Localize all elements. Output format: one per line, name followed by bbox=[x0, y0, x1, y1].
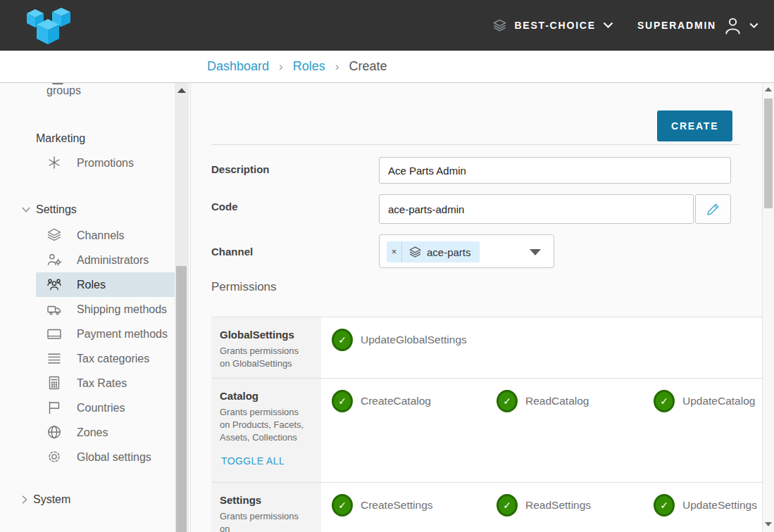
chevron-right-icon bbox=[21, 495, 28, 505]
vendure-logo bbox=[21, 6, 75, 45]
chevron-down-icon bbox=[603, 22, 613, 29]
content-scrollbar[interactable] bbox=[762, 83, 774, 532]
cog-icon bbox=[46, 449, 62, 464]
username-label: SUPERADMIN bbox=[637, 20, 716, 31]
sidebar-nav: groups Marketing Promotions Settings Cha… bbox=[0, 83, 175, 532]
flag-icon bbox=[46, 400, 62, 415]
sidebar-item-customer-groups-partial[interactable]: groups bbox=[36, 83, 175, 99]
sidebar-item-payment-methods[interactable]: Payment methods bbox=[36, 322, 175, 346]
sidebar-section-marketing: Marketing bbox=[36, 128, 175, 146]
channel-chip-label: ace-parts bbox=[427, 246, 471, 258]
permission-checkbox-updatesettings[interactable]: UpdateSettings bbox=[654, 494, 757, 517]
active-channel-label: BEST-CHOICE bbox=[514, 20, 595, 31]
breadcrumb-roles[interactable]: Roles bbox=[293, 59, 325, 74]
scroll-up-arrow[interactable] bbox=[765, 87, 772, 91]
layers-icon bbox=[408, 246, 422, 259]
permission-group-title: Catalog bbox=[220, 390, 313, 402]
sidebar-item-zones[interactable]: Zones bbox=[36, 420, 175, 445]
description-input[interactable] bbox=[379, 157, 731, 184]
layers-icon bbox=[492, 18, 507, 33]
permission-checkbox-readsettings[interactable]: ReadSettings bbox=[497, 494, 591, 517]
sidebar-section-system[interactable]: System bbox=[21, 492, 175, 507]
permission-row-globalsettings: GlobalSettings Grants permissions on Glo… bbox=[211, 317, 762, 378]
breadcrumb-current: Create bbox=[349, 59, 387, 74]
breadcrumb-separator: › bbox=[279, 60, 283, 74]
permission-checkbox-updatecatalog[interactable]: UpdateCatalog bbox=[654, 390, 755, 412]
layers-icon bbox=[46, 227, 62, 243]
chevron-down-icon bbox=[21, 206, 31, 213]
edit-code-button[interactable] bbox=[695, 194, 731, 224]
truck-icon bbox=[46, 301, 62, 317]
remove-chip-button[interactable]: × bbox=[387, 241, 402, 262]
sidebar-item-global-settings[interactable]: Global settings bbox=[36, 445, 175, 469]
permission-checkbox-readcatalog[interactable]: ReadCatalog bbox=[497, 390, 589, 412]
role-create-form: CREATE Description Code Channel × bbox=[190, 83, 762, 532]
breadcrumb-separator: › bbox=[335, 60, 339, 74]
checked-toggle-icon bbox=[332, 329, 353, 351]
user-icon bbox=[723, 16, 742, 35]
sidebar-item-countries[interactable]: Countries bbox=[36, 395, 175, 420]
channel-label: Channel bbox=[211, 246, 253, 258]
top-bar: BEST-CHOICE SUPERADMIN bbox=[0, 0, 774, 51]
code-label: Code bbox=[211, 201, 238, 213]
sidebar-item-shipping-methods[interactable]: Shipping methods bbox=[36, 297, 175, 322]
list-icon bbox=[46, 350, 62, 366]
checked-toggle-icon bbox=[654, 494, 675, 517]
permission-row-settings: Settings Grants permissions on CreateSet… bbox=[211, 482, 762, 532]
permission-group-title: Settings bbox=[220, 494, 313, 506]
checked-toggle-icon bbox=[332, 494, 353, 517]
permission-group-title: GlobalSettings bbox=[220, 329, 313, 341]
credit-card-icon bbox=[46, 326, 62, 341]
checked-toggle-icon bbox=[332, 390, 353, 412]
sidebar-item-promotions[interactable]: Promotions bbox=[36, 151, 175, 175]
sidebar-item-channels[interactable]: Channels bbox=[36, 223, 175, 248]
user-menu[interactable]: SUPERADMIN bbox=[637, 16, 759, 35]
permission-row-catalog: Catalog Grants permissions on Products, … bbox=[211, 378, 762, 482]
channel-chip: × ace-parts bbox=[387, 241, 480, 262]
description-label: Description bbox=[211, 163, 270, 175]
chevron-down-icon bbox=[749, 23, 759, 29]
asterisk-icon bbox=[46, 155, 62, 170]
administrator-icon bbox=[46, 252, 62, 267]
form-divider bbox=[211, 144, 739, 145]
globe-icon bbox=[46, 424, 62, 440]
permission-checkbox-createcatalog[interactable]: CreateCatalog bbox=[332, 390, 431, 412]
toggle-all-button[interactable]: TOGGLE ALL bbox=[221, 455, 285, 467]
permission-checkbox-updateglobalsettings[interactable]: UpdateGlobalSettings bbox=[332, 329, 467, 351]
checked-toggle-icon bbox=[654, 390, 675, 412]
breadcrumb-bar: Dashboard › Roles › Create bbox=[0, 51, 774, 83]
permission-group-description: Grants permissions on bbox=[220, 510, 310, 532]
code-input[interactable] bbox=[379, 194, 694, 224]
pencil-icon bbox=[706, 202, 720, 217]
create-button[interactable]: CREATE bbox=[657, 110, 732, 141]
users-icon bbox=[46, 277, 62, 292]
permissions-table: GlobalSettings Grants permissions on Glo… bbox=[211, 317, 762, 532]
permission-checkbox-createsettings[interactable]: CreateSettings bbox=[332, 494, 433, 517]
checked-toggle-icon bbox=[497, 390, 518, 412]
breadcrumb-dashboard[interactable]: Dashboard bbox=[207, 59, 269, 74]
permission-group-description: Grants permissions on GlobalSettings bbox=[220, 345, 310, 370]
permission-group-description: Grants permissions on Products, Facets, … bbox=[220, 406, 310, 444]
calculator-icon bbox=[46, 375, 62, 391]
clipped-icon-fragment bbox=[52, 83, 63, 84]
sidebar-item-tax-rates[interactable]: Tax Rates bbox=[36, 371, 175, 395]
content-scrollbar-thumb[interactable] bbox=[764, 99, 773, 208]
sidebar-item-tax-categories[interactable]: Tax categories bbox=[36, 346, 175, 371]
channel-select[interactable]: × ace-parts bbox=[379, 234, 554, 268]
dropdown-caret-icon bbox=[530, 249, 541, 255]
breadcrumb: Dashboard › Roles › Create bbox=[207, 59, 387, 74]
permissions-heading: Permissions bbox=[211, 280, 277, 294]
app-window: BEST-CHOICE SUPERADMIN Dashboard › bbox=[0, 0, 774, 532]
sidebar-scrollbar-thumb[interactable] bbox=[176, 266, 187, 532]
sidebar-scrollbar[interactable] bbox=[175, 83, 189, 532]
channel-switcher[interactable]: BEST-CHOICE bbox=[492, 18, 613, 33]
sidebar-section-settings[interactable]: Settings bbox=[21, 202, 175, 217]
sidebar-item-administrators[interactable]: Administrators bbox=[36, 248, 175, 272]
checked-toggle-icon bbox=[497, 494, 518, 517]
scroll-down-arrow[interactable] bbox=[765, 522, 772, 526]
sidebar-item-roles[interactable]: Roles bbox=[36, 272, 175, 297]
scroll-up-arrow[interactable] bbox=[177, 88, 186, 93]
